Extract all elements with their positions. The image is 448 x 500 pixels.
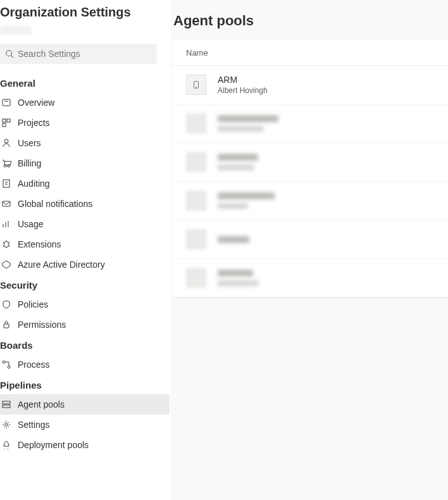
deployment-icon [1,440,11,450]
pool-row-redacted [172,182,448,220]
org-name-redacted [0,26,32,35]
svg-rect-13 [3,201,10,206]
svg-rect-20 [3,401,10,404]
pool-icon-redacted [186,268,206,288]
sidebar: Organization Settings General Overview P… [0,0,171,500]
group-header-boards: Boards [0,335,168,354]
settings-icon [1,420,11,430]
main-title: Agent pools [171,13,448,41]
main-content: Agent pools Name ARM Albert Hovingh [171,0,448,500]
nav-label: Process [18,359,50,370]
nav-label: Overview [18,97,54,108]
search-icon [5,49,14,58]
group-header-pipelines: Pipelines [0,375,168,394]
svg-point-7 [4,139,8,143]
nav-label: Permissions [18,320,66,330]
aad-icon [1,259,11,270]
svg-point-18 [3,361,5,363]
svg-rect-5 [7,119,10,122]
svg-line-1 [11,56,14,58]
pool-row-redacted [172,220,448,259]
sidebar-item-overview[interactable]: Overview [0,92,170,113]
billing-icon [1,158,11,168]
pool-text: ARM Albert Hovingh [218,75,268,95]
nav-label: Auditing [18,178,50,189]
sidebar-item-projects[interactable]: Projects [0,113,170,133]
notifications-icon [1,199,11,209]
svg-rect-2 [3,99,10,106]
search-settings[interactable] [0,44,157,64]
pool-name: ARM [218,75,268,85]
sidebar-item-policies[interactable]: Policies [0,294,170,315]
pool-icon-redacted [186,152,206,172]
sidebar-item-users[interactable]: Users [0,133,170,153]
pool-icon-redacted [186,229,206,249]
pools-card: Name ARM Albert Hovingh [172,41,448,297]
svg-point-19 [8,366,10,368]
pool-row-redacted [172,104,448,143]
sidebar-item-usage[interactable]: Usage [0,214,170,234]
svg-rect-21 [3,405,10,408]
nav-label: Global notifications [18,199,92,209]
svg-point-22 [5,423,8,426]
pool-row-arm[interactable]: ARM Albert Hovingh [172,66,448,104]
column-header-name[interactable]: Name [172,41,448,66]
pool-row-redacted [172,143,448,182]
nav-label: Settings [18,420,50,430]
sidebar-item-auditing[interactable]: Auditing [0,173,170,194]
pool-icon [186,75,206,95]
svg-rect-10 [3,180,9,187]
process-icon [1,359,11,370]
users-icon [1,138,11,148]
pool-icon-redacted [186,191,206,211]
auditing-icon [1,178,11,189]
agent-pools-icon [1,399,11,409]
projects-icon [1,118,11,128]
group-header-general: General [0,73,168,92]
usage-icon [1,219,11,229]
nav-label: Extensions [18,239,61,249]
pool-row-redacted [172,259,448,297]
nav-label: Agent pools [18,399,65,409]
sidebar-item-aad[interactable]: Azure Active Directory [0,254,170,275]
pool-icon-redacted [186,113,206,134]
nav-label: Azure Active Directory [18,259,105,270]
sidebar-item-billing[interactable]: Billing [0,153,170,173]
info-icon [1,97,11,108]
sidebar-item-notifications[interactable]: Global notifications [0,194,170,214]
nav-label: Users [18,138,41,148]
group-header-security: Security [0,275,168,294]
svg-rect-17 [4,324,9,328]
nav-label: Deployment pools [18,440,89,450]
nav-label: Usage [18,219,43,229]
nav-label: Projects [18,118,50,128]
page-title: Organization Settings [0,0,168,22]
nav-label: Policies [18,299,48,309]
sidebar-item-extensions[interactable]: Extensions [0,234,170,254]
sidebar-item-agent-pools[interactable]: Agent pools [0,394,170,415]
pool-owner: Albert Hovingh [218,86,268,95]
sidebar-item-deployment-pools[interactable]: Deployment pools [0,435,170,455]
nav-label: Billing [18,158,41,168]
extensions-icon [1,239,11,249]
sidebar-item-process[interactable]: Process [0,354,170,375]
sidebar-item-permissions[interactable]: Permissions [0,315,170,335]
sidebar-item-settings[interactable]: Settings [0,415,170,435]
search-input[interactable] [18,49,152,59]
policies-icon [1,299,11,309]
svg-point-0 [6,51,12,56]
permissions-icon [1,320,11,330]
svg-rect-6 [3,123,6,127]
svg-rect-4 [3,119,6,122]
